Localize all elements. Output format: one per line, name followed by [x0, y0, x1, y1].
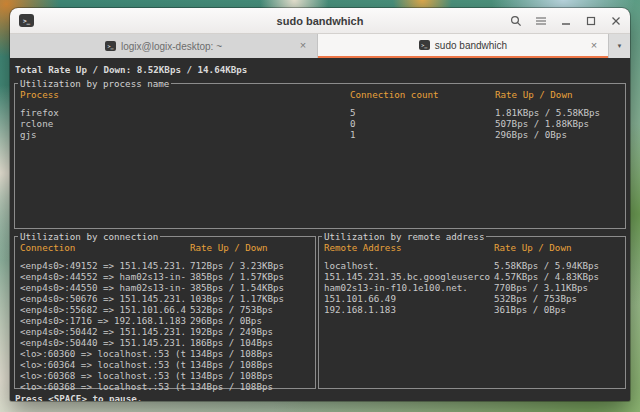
process-name: gjs [20, 129, 350, 140]
remote-row: 192.168.1.183 361Bps / 0Bps [324, 304, 625, 315]
process-row: gjs 1 296Bps / 0Bps [20, 129, 625, 140]
rate-up-down: 770Bps / 3.11KBps [494, 282, 625, 293]
connection-row: <lo>:60360 => localhost.:53 (t 134Bps / … [20, 348, 315, 359]
connection-name: <enp4s0>:44552 => ham02s13-in- [20, 271, 190, 282]
connection-count: 0 [350, 118, 495, 129]
rate-up-down: 361Bps / 0Bps [494, 304, 625, 315]
remote-address: ham02s13-in-f10.1e100.net. [324, 282, 494, 293]
terminal-viewport[interactable]: Total Rate Up / Down: 8.52KBps / 14.64KB… [10, 59, 630, 401]
terminal-tab-icon: >_ [105, 41, 116, 51]
column-header: Rate Up / Down [494, 242, 625, 253]
connection-row: <enp4s0>:44552 => ham02s13-in- 385Bps / … [20, 271, 315, 282]
connection-row: <lo>:60364 => localhost.:53 (t 134Bps / … [20, 359, 315, 370]
process-row: rclone 0 507Bps / 1.88KBps [20, 118, 625, 129]
maximize-button[interactable] [584, 15, 597, 28]
remote-row: 151.101.66.49 532Bps / 753Bps [324, 293, 625, 304]
remote-address: 151.101.66.49 [324, 293, 494, 304]
connection-utilization-box: Utilization by connection Connection Rat… [14, 236, 316, 389]
connection-name: <enp4s0>:50676 => 151.145.231. [20, 293, 190, 304]
connection-name: <lo>:60368 => localhost.:53 (t [20, 381, 190, 392]
connection-row: <enp4s0>:44550 => ham02s13-in- 385Bps / … [20, 282, 315, 293]
total-rate-line: Total Rate Up / Down: 8.52KBps / 14.64KB… [15, 64, 626, 75]
rate-up-down: 385Bps / 1.57KBps [190, 271, 315, 282]
box-title: Utilization by connection [18, 231, 160, 242]
terminal-tab-icon: >_ [419, 40, 430, 50]
process-row: firefox 5 1.81KBps / 5.58KBps [20, 107, 625, 118]
tab-close-icon[interactable]: × [296, 38, 310, 52]
menu-button[interactable] [534, 15, 547, 28]
minimize-icon [560, 15, 572, 27]
rate-up-down: 712Bps / 3.23KBps [190, 260, 315, 271]
titlebar[interactable]: >_ sudo bandwhich [10, 8, 630, 34]
connection-name: <enp4s0>:50440 => 151.145.231. [20, 337, 190, 348]
search-button[interactable] [509, 15, 522, 28]
tab-label: logix@logix-desktop: ~ [121, 41, 222, 52]
tab-list-dropdown-button[interactable]: ▼ [608, 34, 630, 58]
column-header: Connection [20, 242, 190, 253]
box-title: Utilization by remote address [322, 231, 486, 242]
rate-up-down: 532Bps / 753Bps [494, 293, 625, 304]
remote-rows: localhost. 5.58KBps / 5.94KBps 151.145.2… [324, 260, 625, 315]
rate-up-down: 507Bps / 1.88KBps [495, 118, 625, 129]
chevron-down-icon: ▼ [617, 43, 623, 49]
process-table-header: Process Connection count Rate Up / Down [20, 89, 625, 100]
connection-row: <enp4s0>:50442 => 151.145.231. 192Bps / … [20, 326, 315, 337]
remote-address-utilization-box: Utilization by remote address Remote Add… [318, 236, 626, 389]
connection-count: 5 [350, 107, 495, 118]
titlebar-buttons [509, 8, 622, 34]
remote-address: 192.168.1.183 [324, 304, 494, 315]
bottom-panels: Utilization by connection Connection Rat… [14, 236, 626, 389]
rate-up-down: 296Bps / 0Bps [495, 129, 625, 140]
connection-row: <enp4s0>:50676 => 151.145.231. 103Bps / … [20, 293, 315, 304]
process-utilization-box: Utilization by process name Process Conn… [14, 83, 626, 229]
rate-up-down: 103Bps / 1.17KBps [190, 293, 315, 304]
rate-up-down: 5.58KBps / 5.94KBps [494, 260, 625, 271]
connection-name: <lo>:60364 => localhost.:53 (t [20, 359, 190, 370]
rate-up-down: 134Bps / 108Bps [190, 359, 315, 370]
column-header: Rate Up / Down [190, 242, 315, 253]
connection-row: <enp4s0>:1716 => 192.168.1.183 296Bps / … [20, 315, 315, 326]
connection-name: <lo>:60360 => localhost.:53 (t [20, 348, 190, 359]
connection-row: <enp4s0>:50440 => 151.145.231. 186Bps / … [20, 337, 315, 348]
desktop-background: { "window": { "title": "sudo bandwhich",… [0, 0, 640, 412]
terminal-window: >_ sudo bandwhich [10, 8, 630, 401]
remote-table-header: Remote Address Rate Up / Down [324, 242, 625, 253]
connection-row: <lo>:60368 => localhost.:53 (t 134Bps / … [20, 381, 315, 392]
rate-up-down: 134Bps / 108Bps [190, 370, 315, 381]
minimize-button[interactable] [559, 15, 572, 28]
connection-name: <lo>:60368 => localhost.:53 (t [20, 370, 190, 381]
remote-row: 151.145.231.35.bc.googleuserco 4.57KBps … [324, 271, 625, 282]
rate-up-down: 385Bps / 1.54KBps [190, 282, 315, 293]
tab-label: sudo bandwhich [435, 40, 507, 51]
close-icon [610, 15, 622, 27]
connection-rows: <enp4s0>:49152 => 151.145.231. 712Bps / … [20, 260, 315, 392]
rate-up-down: 1.81KBps / 5.58KBps [495, 107, 625, 118]
search-icon [510, 15, 522, 27]
connection-row: <enp4s0>:55682 => 151.101.66.4 532Bps / … [20, 304, 315, 315]
close-button[interactable] [609, 15, 622, 28]
process-name: firefox [20, 107, 350, 118]
rate-up-down: 134Bps / 108Bps [190, 381, 315, 392]
process-name: rclone [20, 118, 350, 129]
rate-up-down: 296Bps / 0Bps [190, 315, 315, 326]
remote-row: ham02s13-in-f10.1e100.net. 770Bps / 3.11… [324, 282, 625, 293]
box-title: Utilization by process name [18, 78, 171, 89]
rate-up-down: 4.57KBps / 4.83KBps [494, 271, 625, 282]
connection-table-header: Connection Rate Up / Down [20, 242, 315, 253]
connection-name: <enp4s0>:44550 => ham02s13-in- [20, 282, 190, 293]
connection-row: <enp4s0>:49152 => 151.145.231. 712Bps / … [20, 260, 315, 271]
maximize-icon [585, 15, 597, 27]
rate-up-down: 134Bps / 108Bps [190, 348, 315, 359]
column-header: Rate Up / Down [495, 89, 625, 100]
tab-sudo-bandwhich[interactable]: >_ sudo bandwhich × [318, 34, 608, 58]
terminal-app-icon: >_ [19, 14, 34, 27]
column-header: Remote Address [324, 242, 494, 253]
rate-up-down: 186Bps / 104Bps [190, 337, 315, 348]
column-header: Connection count [350, 89, 495, 100]
rate-up-down: 192Bps / 249Bps [190, 326, 315, 337]
tab-home-shell[interactable]: >_ logix@logix-desktop: ~ × [10, 34, 318, 58]
tab-close-icon[interactable]: × [587, 38, 601, 52]
process-rows: firefox 5 1.81KBps / 5.58KBps rclone 0 5… [20, 107, 625, 140]
connection-name: <enp4s0>:49152 => 151.145.231. [20, 260, 190, 271]
connection-row: <lo>:60368 => localhost.:53 (t 134Bps / … [20, 370, 315, 381]
